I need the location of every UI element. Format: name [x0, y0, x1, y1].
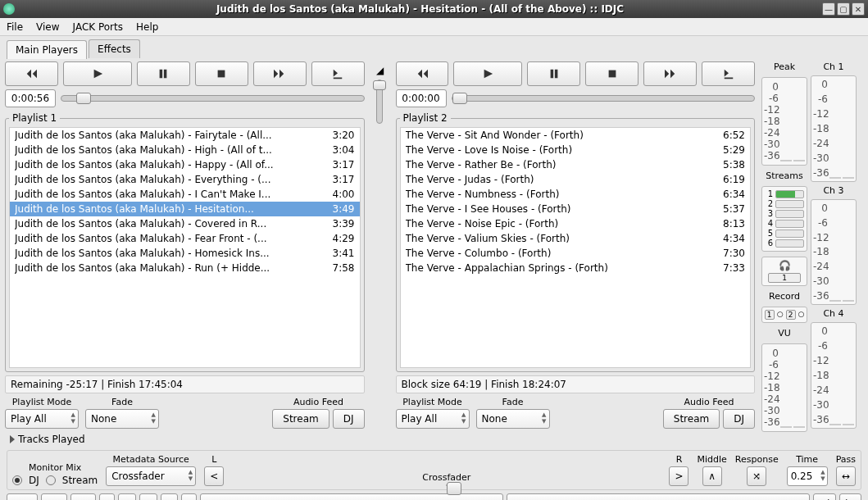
playlist-row[interactable]: Judith de los Santos (aka Malukah) - Hig…: [10, 143, 360, 157]
playlist-row[interactable]: Judith de los Santos (aka Malukah) - Hom…: [10, 246, 360, 261]
prev-button[interactable]: [5, 61, 58, 86]
menu-file[interactable]: File: [7, 21, 23, 33]
vu-meter: 0-6-12-18-24-30-36: [761, 343, 807, 432]
tab-main-players[interactable]: Main Players: [7, 40, 87, 59]
transport-1: [5, 61, 365, 86]
playlist-row[interactable]: Judith de los Santos (aka Malukah) - Fai…: [10, 128, 360, 143]
playlist-row[interactable]: Judith de los Santos (aka Malukah) - Hap…: [10, 157, 360, 172]
stream-toggle-2[interactable]: Stream: [663, 409, 720, 429]
playlist-2[interactable]: The Verve - Sit And Wonder - (Forth)6:52…: [400, 127, 752, 368]
crossfader-right-button[interactable]: >: [669, 466, 688, 486]
playlist-1[interactable]: Judith de los Santos (aka Malukah) - Fai…: [9, 127, 361, 368]
metadata-source-select[interactable]: Crossfader▲▼: [106, 466, 196, 486]
phone-red-button[interactable]: ☎: [70, 493, 96, 500]
playlist-row[interactable]: The Verve - Numbness - (Forth)6:34: [401, 187, 751, 202]
tracks-played-expander[interactable]: Tracks Played: [7, 432, 861, 447]
stream-toggle-1[interactable]: Stream: [272, 409, 329, 429]
stop-to-end-button[interactable]: [311, 61, 365, 86]
svg-rect-1: [608, 70, 616, 78]
playlist-mode-select-1[interactable]: Play All▲▼: [5, 409, 79, 429]
record-2[interactable]: 2: [786, 310, 796, 320]
time-stepper[interactable]: 0.25▲▼: [787, 466, 828, 486]
peak-label: Peak: [774, 61, 795, 72]
seek-slider-1[interactable]: [61, 95, 365, 102]
menu-help[interactable]: Help: [136, 21, 158, 33]
dj-button[interactable]: DJ: [507, 493, 810, 500]
playlist-row[interactable]: Judith de los Santos (aka Malukah) - I C…: [10, 187, 360, 202]
bottom-bar: DSP ☎ ☎ ◀ 1 2 3 ▶ Aux DJ ▶| |◀: [0, 493, 868, 500]
fade-label: Fade: [111, 397, 133, 407]
playlist-row[interactable]: The Verve - Judas - (Forth)6:19: [401, 172, 751, 187]
crossfader-slider[interactable]: [446, 484, 448, 486]
stop-to-end-button-2[interactable]: [702, 61, 755, 86]
window-title: Judith de los Santos (aka Malukah) - Hes…: [20, 3, 820, 15]
expand-icon: [10, 435, 15, 443]
stop-button[interactable]: [195, 61, 248, 86]
pause-button-2[interactable]: [527, 61, 580, 86]
ch3-meter: 0-6-12-18-24-30-36: [811, 199, 857, 306]
player-1: 0:00:56 Playlist 1 Judith de los Santos …: [5, 61, 365, 429]
mic-prev-button[interactable]: ◀: [99, 493, 115, 500]
playlist-row[interactable]: Judith de los Santos (aka Malukah) - Cov…: [10, 216, 360, 231]
playlist-row[interactable]: Judith de los Santos (aka Malukah) - Hes…: [10, 202, 360, 216]
seek-slider-2[interactable]: [452, 95, 756, 102]
record-1[interactable]: 1: [765, 310, 775, 320]
monitor-dj-radio[interactable]: [12, 475, 22, 485]
monitor-stream-radio[interactable]: [46, 475, 56, 485]
playlist-row[interactable]: Judith de los Santos (aka Malukah) - Eve…: [10, 172, 360, 187]
fade-select-1[interactable]: None▲▼: [85, 409, 159, 429]
pass-button[interactable]: ↔: [836, 466, 856, 486]
prev-button-2[interactable]: [396, 61, 449, 86]
crossfader-r-label: R: [676, 454, 683, 465]
crossfader-left-button[interactable]: <: [204, 466, 224, 486]
next-button[interactable]: [253, 61, 307, 86]
mic-3-button[interactable]: 3: [161, 493, 179, 500]
play-button[interactable]: [63, 61, 132, 86]
playlist-row[interactable]: The Verve - Columbo - (Forth)7:30: [401, 246, 751, 261]
menubar: File View JACK Ports Help: [0, 18, 868, 36]
playlist-row[interactable]: The Verve - Rather Be - (Forth)5:38: [401, 157, 751, 172]
status-1: Remaining -25:17 | Finish 17:45:04: [5, 375, 365, 393]
playlist-row[interactable]: The Verve - Valium Skies - (Forth)4:34: [401, 231, 751, 246]
fade-select-2[interactable]: None▲▼: [476, 409, 550, 429]
menu-jack-ports[interactable]: JACK Ports: [73, 21, 123, 33]
mic-1-button[interactable]: 1: [118, 493, 136, 500]
playlist-row[interactable]: The Verve - Love Is Noise - (Forth)5:29: [401, 143, 751, 157]
phone-green-button[interactable]: ☎: [41, 493, 66, 500]
pause-button[interactable]: [137, 61, 190, 86]
monitor-row: Monitor Mix DJ Stream Metadata Source Cr…: [7, 450, 861, 490]
headphone-value[interactable]: 1: [768, 273, 801, 283]
record-label: Record: [769, 291, 800, 302]
playlist-row[interactable]: The Verve - Appalachian Springs - (Forth…: [401, 261, 751, 275]
playlist-row[interactable]: The Verve - Noise Epic - (Forth)8:13: [401, 216, 751, 231]
skip-end-button[interactable]: ▶|: [813, 493, 835, 500]
playlist-mode-select-2[interactable]: Play All▲▼: [396, 409, 470, 429]
time-label: Time: [796, 454, 818, 465]
playlist-row[interactable]: Judith de los Santos (aka Malukah) - Run…: [10, 261, 360, 275]
response-button[interactable]: ⤨: [747, 466, 766, 486]
dj-toggle-2[interactable]: DJ: [723, 409, 755, 429]
dsp-button[interactable]: DSP: [7, 493, 38, 500]
record-box: 1 ○ 2 ○: [761, 307, 807, 323]
divider-volume-slider[interactable]: [376, 80, 383, 124]
pass-label: Pass: [836, 454, 856, 465]
skip-start-button[interactable]: |◀: [839, 493, 861, 500]
maximize-button[interactable]: ▢: [837, 2, 850, 16]
minimize-button[interactable]: —: [822, 2, 835, 16]
dj-toggle-1[interactable]: DJ: [333, 409, 365, 429]
menu-view[interactable]: View: [36, 21, 59, 33]
mic-next-button[interactable]: ▶: [181, 493, 197, 500]
playlist-row[interactable]: The Verve - Sit And Wonder - (Forth)6:52: [401, 128, 751, 143]
stop-button-2[interactable]: [585, 61, 639, 86]
play-button-2[interactable]: [453, 61, 522, 86]
next-button-2[interactable]: [643, 61, 697, 86]
close-button[interactable]: ✕: [852, 2, 865, 16]
ch1-label: Ch 1: [811, 61, 857, 72]
time-display-2: 0:00:00: [396, 89, 447, 107]
playlist-row[interactable]: Judith de los Santos (aka Malukah) - Fea…: [10, 231, 360, 246]
playlist-row[interactable]: The Verve - I See Houses - (Forth)5:37: [401, 202, 751, 216]
middle-button[interactable]: ∧: [702, 466, 722, 486]
tab-effects[interactable]: Effects: [89, 39, 140, 58]
mic-2-button[interactable]: 2: [139, 493, 157, 500]
ch3-label: Ch 3: [811, 185, 857, 196]
